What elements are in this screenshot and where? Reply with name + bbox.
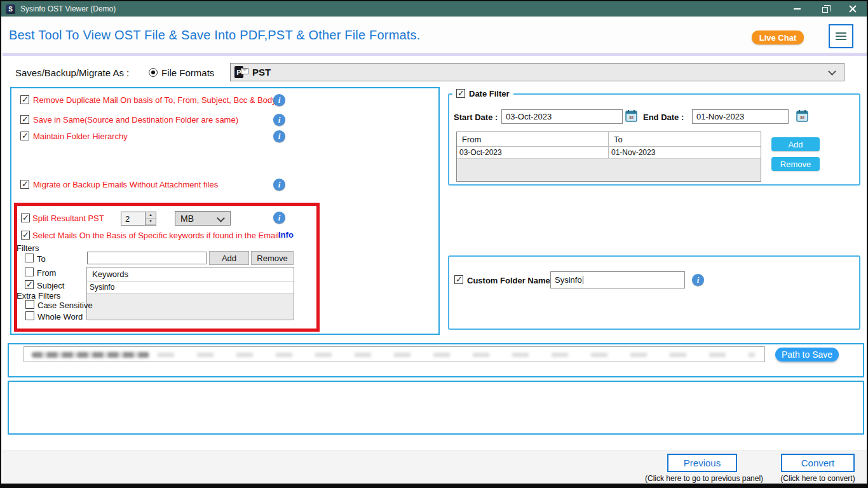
filter-from-label: From bbox=[37, 268, 56, 278]
live-chat-button[interactable]: Live Chat bbox=[752, 30, 804, 44]
table-row[interactable]: 03-Oct-2023 01-Nov-2023 bbox=[457, 147, 761, 159]
remove-duplicate-label: Remove Duplicate Mail On basis of To, Fr… bbox=[33, 95, 276, 105]
close-icon bbox=[849, 5, 857, 13]
custom-folder-checkbox[interactable] bbox=[454, 275, 463, 284]
menu-button[interactable] bbox=[829, 24, 853, 48]
list-item[interactable]: Sysinfo bbox=[87, 281, 294, 294]
date-add-button[interactable]: Add bbox=[771, 137, 820, 151]
split-unit-value: MB bbox=[180, 214, 194, 224]
date-remove-button[interactable]: Remove bbox=[771, 157, 820, 171]
filter-to-checkbox[interactable] bbox=[25, 254, 34, 262]
stepper-up-icon[interactable]: ▲ bbox=[146, 212, 156, 219]
filter-from-checkbox[interactable] bbox=[25, 268, 34, 276]
custom-folder-label: Custom Folder Name bbox=[467, 276, 550, 285]
start-date-label: Start Date : bbox=[454, 112, 498, 122]
hamburger-icon bbox=[836, 32, 846, 34]
filter-subject-label: Subject bbox=[37, 281, 64, 290]
case-sensitive-label: Case Sensitive bbox=[37, 301, 93, 310]
filter-to-label: To bbox=[37, 254, 46, 264]
minimize-icon bbox=[794, 8, 801, 10]
date-filter-title: Date Filter bbox=[469, 89, 510, 98]
svg-text:88: 88 bbox=[800, 116, 804, 119]
table-header-from: From bbox=[457, 132, 609, 146]
close-button[interactable] bbox=[839, 1, 867, 17]
stepper-down-icon[interactable]: ▼ bbox=[146, 219, 156, 225]
file-formats-radio[interactable] bbox=[149, 68, 158, 77]
info-icon[interactable] bbox=[273, 114, 285, 126]
table-header-to: To bbox=[609, 132, 761, 146]
end-date-input[interactable] bbox=[692, 109, 789, 124]
page-title: Best Tool To View OST File & Save Into P… bbox=[9, 28, 421, 43]
title-bar: S Sysinfo OST Viewer (Demo) bbox=[1, 1, 867, 17]
save-in-same-label: Save in Same(Source and Destination Fold… bbox=[33, 115, 238, 125]
maintain-hierarchy-label: Maintain Folder Hierarchy bbox=[33, 132, 128, 141]
filter-subject-checkbox[interactable] bbox=[25, 280, 34, 289]
save-in-same-checkbox[interactable] bbox=[20, 115, 29, 124]
split-size-stepper[interactable]: 2 ▲▼ bbox=[121, 212, 156, 226]
info-link[interactable]: Info bbox=[278, 230, 294, 240]
split-size-value: 2 bbox=[121, 212, 145, 225]
keyword-input[interactable] bbox=[87, 252, 207, 264]
pst-file-icon: P bbox=[234, 66, 247, 78]
app-window: S Sysinfo OST Viewer (Demo) Best Tool To… bbox=[0, 0, 868, 488]
minimize-button[interactable] bbox=[783, 1, 811, 17]
whole-word-label: Whole Word bbox=[37, 312, 83, 322]
chevron-down-icon bbox=[217, 214, 225, 222]
info-icon[interactable] bbox=[273, 212, 285, 224]
split-pst-checkbox[interactable] bbox=[21, 214, 30, 222]
keyword-remove-button[interactable]: Remove bbox=[251, 251, 294, 265]
info-icon[interactable] bbox=[273, 179, 285, 191]
restore-button[interactable] bbox=[811, 1, 839, 17]
status-log-box bbox=[8, 381, 864, 435]
date-range-table[interactable]: From To 03-Oct-2023 01-Nov-2023 bbox=[456, 132, 761, 182]
redacted-path-text bbox=[158, 353, 755, 357]
info-icon[interactable] bbox=[273, 94, 285, 106]
info-icon[interactable] bbox=[692, 274, 704, 286]
path-to-save-button[interactable]: Path to Save bbox=[775, 348, 839, 362]
start-date-input[interactable] bbox=[501, 109, 623, 124]
app-icon: S bbox=[6, 4, 15, 14]
extra-filters-label: Extra Filters bbox=[17, 291, 60, 301]
without-attachment-checkbox[interactable] bbox=[20, 180, 29, 189]
convert-button[interactable]: Convert bbox=[781, 454, 855, 472]
format-dropdown[interactable]: P PST bbox=[230, 63, 844, 81]
chevron-down-icon bbox=[828, 67, 836, 76]
previous-button-caption: (Click here to go to previous panel) bbox=[645, 474, 759, 483]
custom-folder-box bbox=[448, 255, 860, 330]
filters-label: Filters bbox=[17, 243, 39, 253]
whole-word-checkbox[interactable] bbox=[25, 311, 34, 320]
header: Best Tool To View OST File & Save Into P… bbox=[3, 17, 868, 56]
calendar-icon[interactable]: 88 bbox=[796, 109, 808, 122]
save-as-label: Saves/Backup/Migrate As : bbox=[15, 67, 129, 78]
keyword-select-checkbox[interactable] bbox=[21, 231, 30, 240]
restore-icon bbox=[822, 7, 828, 13]
svg-text:88: 88 bbox=[629, 116, 634, 119]
previous-button[interactable]: Previous bbox=[667, 454, 737, 472]
window-title: Sysinfo OST Viewer (Demo) bbox=[20, 4, 116, 13]
calendar-icon[interactable]: 88 bbox=[625, 109, 637, 122]
end-date-label: End Date : bbox=[643, 112, 684, 122]
without-attachment-label: Migrate or Backup Emails Without Attachm… bbox=[33, 180, 218, 189]
maintain-hierarchy-checkbox[interactable] bbox=[20, 132, 29, 140]
redacted-path-text bbox=[32, 352, 149, 358]
split-unit-dropdown[interactable]: MB bbox=[175, 211, 231, 226]
split-pst-label: Split Resultant PST bbox=[32, 214, 104, 223]
keyword-add-button[interactable]: Add bbox=[209, 251, 249, 265]
remove-duplicate-checkbox[interactable] bbox=[20, 95, 29, 104]
file-formats-radio-label: File Formats bbox=[161, 67, 214, 78]
keywords-list-header: Keywords bbox=[87, 268, 294, 281]
convert-button-caption: (Click here to convert) bbox=[778, 474, 858, 483]
date-filter-checkbox[interactable] bbox=[456, 89, 465, 98]
format-dropdown-value: PST bbox=[252, 67, 271, 78]
keywords-list[interactable]: Keywords Sysinfo bbox=[86, 267, 294, 320]
case-sensitive-checkbox[interactable] bbox=[25, 300, 34, 309]
custom-folder-input[interactable]: Sysinfo bbox=[550, 271, 685, 288]
keyword-select-label: Select Mails On the Basis of Specific ke… bbox=[32, 231, 281, 240]
info-icon[interactable] bbox=[273, 130, 285, 142]
path-input[interactable] bbox=[24, 346, 765, 362]
